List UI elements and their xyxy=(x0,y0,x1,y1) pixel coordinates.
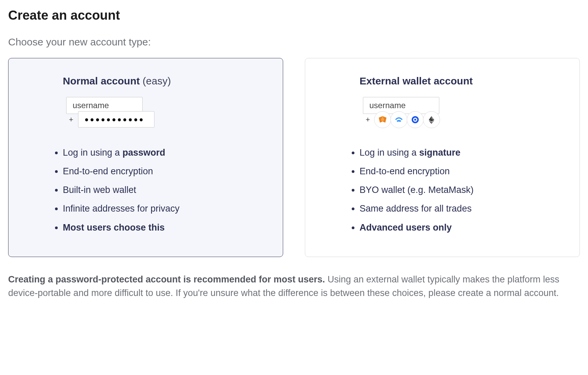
feature-item: End-to-end encryption xyxy=(63,165,262,178)
feature-item: Most users choose this xyxy=(63,221,262,234)
wallet-icons xyxy=(375,111,440,128)
external-features-list: Log in using a signatureEnd-to-end encry… xyxy=(360,146,559,234)
metamask-icon xyxy=(374,111,391,128)
plus-icon: + xyxy=(366,115,370,124)
feature-item: Same address for all trades xyxy=(360,202,559,215)
external-wallet-title: External wallet account xyxy=(360,75,559,87)
feature-item: Advanced users only xyxy=(360,221,559,234)
plus-icon: + xyxy=(69,115,73,124)
external-illustration: username + xyxy=(360,97,559,131)
coinbase-icon xyxy=(407,111,424,128)
feature-item: Built-in web wallet xyxy=(63,183,262,197)
feature-item: Log in using a password xyxy=(63,146,262,159)
page-title: Create an account xyxy=(8,8,580,23)
external-wallet-card[interactable]: External wallet account username + Log i… xyxy=(305,58,580,257)
page-subtitle: Choose your new account type: xyxy=(8,36,580,48)
feature-item: End-to-end encryption xyxy=(360,165,559,178)
walletconnect-icon xyxy=(390,111,407,128)
svg-rect-4 xyxy=(414,119,416,120)
ethereum-icon xyxy=(423,111,440,128)
feature-item: Infinite addresses for privacy xyxy=(63,202,262,215)
normal-account-card[interactable]: Normal account (easy) username + ●●●●●●●… xyxy=(8,58,283,257)
feature-item: BYO wallet (e.g. MetaMask) xyxy=(360,183,559,197)
footer-note: Creating a password-protected account is… xyxy=(8,273,578,300)
feature-item: Log in using a signature xyxy=(360,146,559,159)
normal-illustration: username + ●●●●●●●●●●● xyxy=(63,97,262,131)
password-preview: ●●●●●●●●●●● xyxy=(78,111,154,127)
normal-account-title: Normal account (easy) xyxy=(63,75,262,87)
normal-features-list: Log in using a passwordEnd-to-end encryp… xyxy=(63,146,262,234)
